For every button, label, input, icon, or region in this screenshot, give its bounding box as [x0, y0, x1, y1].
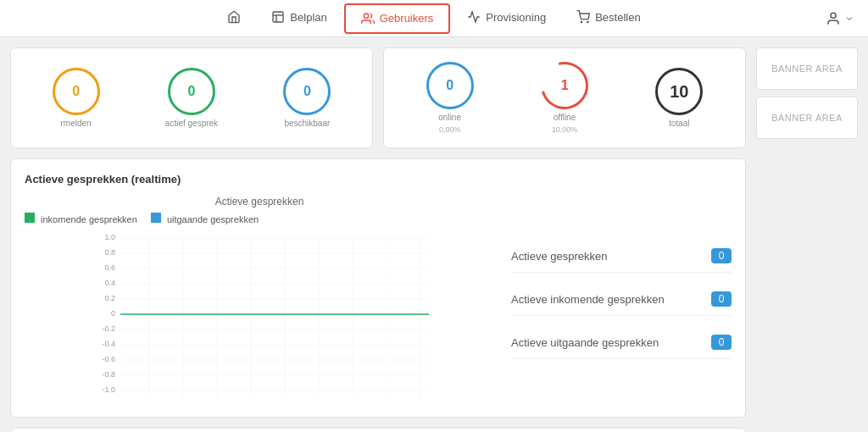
svg-text:1.0: 1.0 [104, 233, 115, 241]
online-sublabel: 0,00% [439, 125, 461, 134]
chart-area: Actieve gesprekken inkomende gesprekken … [25, 196, 732, 403]
stat-online: 0 online 0,00% [426, 62, 474, 134]
nav-items: Belplan Gebruikers Provisioning Bestelle… [212, 0, 655, 37]
circle-totaal: 10 [655, 68, 703, 115]
stat-offline: 1 offline 10,00% [541, 62, 588, 134]
belplan-icon [271, 10, 285, 24]
stats-card-right: 0 online 0,00% 1 offline 10,00% 10 [383, 47, 746, 148]
home-icon [227, 10, 241, 24]
profile-icon [826, 11, 841, 26]
circle-offline: 1 [532, 53, 597, 118]
offline-sublabel: 10,00% [552, 125, 578, 134]
actief-value: 0 [188, 85, 196, 98]
svg-point-3 [364, 14, 368, 18]
svg-text:0.4: 0.4 [104, 279, 115, 287]
circle-online: 0 [426, 62, 474, 109]
nav-item-belplan-label: Belplan [290, 11, 326, 24]
nav-item-home[interactable] [212, 0, 256, 37]
stat-label-uitgaande: Actieve uitgaande gesprekken [511, 336, 659, 349]
circle-beschikbaar: 0 [283, 68, 331, 115]
main-container: 0 rmelden 0 actief gesprek 0 beschikbaar [0, 37, 868, 432]
online-label: online [438, 113, 461, 122]
svg-point-5 [587, 21, 588, 22]
svg-rect-0 [273, 12, 283, 22]
active-section-card: Actieve gesprekken (realtime) Actieve ge… [10, 158, 746, 418]
svg-text:0: 0 [111, 309, 115, 318]
svg-text:-1.0: -1.0 [102, 385, 115, 394]
legend-inkomende: inkomende gesprekken [25, 213, 137, 224]
circle-actief: 0 [168, 68, 215, 115]
legend-dot-blue [151, 213, 161, 223]
stat-badge-uitgaande: 0 [711, 335, 732, 350]
stat-row-inkomende: Actieve inkomende gesprekken 0 [511, 283, 732, 316]
totaal-label: totaal [669, 119, 689, 128]
legend-dot-green [25, 213, 35, 223]
content-area: 0 rmelden 0 actief gesprek 0 beschikbaar [10, 47, 746, 432]
beschikbaar-label: beschikbaar [284, 119, 330, 128]
stat-totaal: 10 totaal [655, 68, 703, 128]
rmelden-value: 0 [72, 85, 80, 98]
offline-value: 1 [561, 79, 569, 92]
nav-item-provisioning-label: Provisioning [486, 11, 546, 24]
stat-label-actieve: Actieve gesprekken [511, 250, 607, 263]
svg-text:-0.6: -0.6 [102, 355, 115, 363]
cart-icon [576, 10, 590, 24]
stat-beschikbaar: 0 beschikbaar [283, 68, 331, 128]
active-section-title: Actieve gesprekken (realtime) [25, 173, 732, 186]
totaal-value: 10 [670, 83, 688, 100]
svg-point-4 [581, 21, 581, 22]
chart-legend: inkomende gesprekken uitgaande gesprekke… [25, 213, 494, 224]
offline-label: offline [554, 113, 576, 122]
chart-right: Actieve gesprekken 0 Actieve inkomende g… [511, 196, 732, 403]
chart-left: Actieve gesprekken inkomende gesprekken … [25, 196, 494, 403]
stats-card-left: 0 rmelden 0 actief gesprek 0 beschikbaar [10, 47, 373, 148]
legend-label-inkomende: inkomende gesprekken [41, 214, 137, 224]
rmelden-label: rmelden [61, 119, 92, 128]
circle-rmelden: 0 [53, 68, 100, 115]
stats-row: 0 rmelden 0 actief gesprek 0 beschikbaar [10, 47, 746, 148]
svg-text:0.6: 0.6 [104, 263, 115, 272]
banner-text-2: BANNER AREA [771, 113, 843, 123]
chevron-down-icon [844, 14, 854, 24]
stat-badge-inkomende: 0 [711, 291, 732, 307]
nav-item-provisioning[interactable]: Provisioning [452, 0, 561, 37]
nav-item-bestellen-label: Bestellen [595, 11, 640, 24]
stat-label-inkomende: Actieve inkomende gesprekken [511, 293, 665, 306]
stat-badge-actieve: 0 [711, 248, 732, 263]
line-chart-svg: 1.0 0.8 0.6 0.4 0.2 0 -0.2 -0.4 -0.6 -0.… [25, 231, 494, 401]
stat-rmelden: 0 rmelden [53, 68, 100, 128]
svg-text:0.8: 0.8 [104, 248, 115, 257]
nav-item-belplan[interactable]: Belplan [256, 0, 342, 37]
stat-actief: 0 actief gesprek [165, 68, 218, 128]
profile-menu[interactable] [826, 11, 854, 26]
navbar: Belplan Gebruikers Provisioning Bestelle… [0, 0, 868, 37]
users-icon [361, 12, 375, 25]
nav-item-bestellen[interactable]: Bestellen [561, 0, 655, 37]
banner-text-1: BANNER AREA [771, 64, 843, 74]
online-value: 0 [446, 79, 453, 92]
chart-title: Actieve gesprekken [25, 196, 494, 208]
svg-text:-0.4: -0.4 [102, 340, 115, 348]
stat-row-uitgaande: Actieve uitgaande gesprekken 0 [511, 326, 732, 359]
nav-item-gebruikers[interactable]: Gebruikers [344, 3, 451, 34]
chart-svg-container: 1.0 0.8 0.6 0.4 0.2 0 -0.2 -0.4 -0.6 -0.… [25, 231, 494, 403]
actief-label: actief gesprek [165, 119, 218, 128]
svg-text:-0.8: -0.8 [102, 370, 115, 379]
legend-label-uitgaande: uitgaande gesprekken [167, 214, 259, 224]
legend-uitgaande: uitgaande gesprekken [151, 213, 259, 224]
provisioning-icon [467, 10, 481, 24]
banner-area-2: BANNER AREA [756, 97, 858, 139]
nav-item-gebruikers-label: Gebruikers [380, 12, 434, 25]
svg-text:0.2: 0.2 [104, 294, 115, 302]
banner-area-1: BANNER AREA [756, 47, 858, 90]
external-section-card: Externe gesprekken (afgelopen week) Weke… [10, 428, 746, 432]
beschikbaar-value: 0 [303, 85, 311, 98]
svg-text:-0.2: -0.2 [102, 324, 115, 333]
svg-point-6 [831, 13, 836, 18]
sidebar: BANNER AREA BANNER AREA [756, 47, 858, 432]
stat-row-actieve-gesprekken: Actieve gesprekken 0 [511, 240, 732, 273]
